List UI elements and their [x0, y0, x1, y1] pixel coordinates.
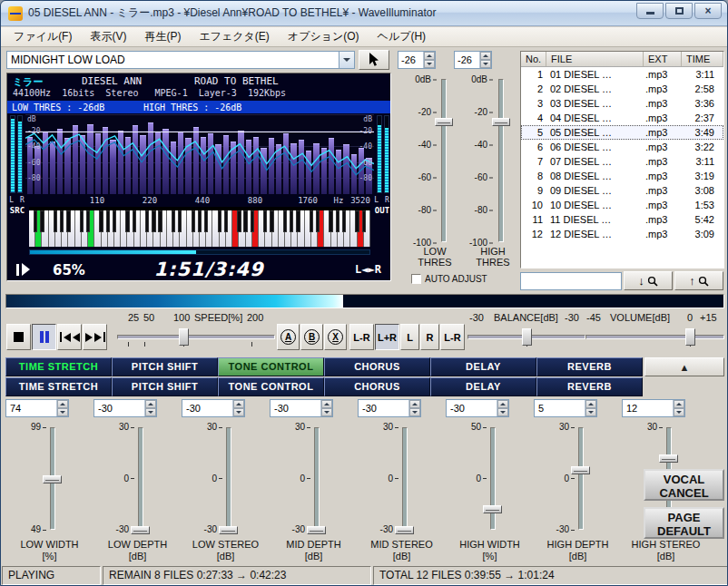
piano-key-black[interactable] — [204, 210, 208, 232]
piano-key-black[interactable] — [329, 210, 332, 232]
menu-item-file[interactable]: ファイル(F) — [5, 26, 81, 47]
spinner-up-button[interactable] — [57, 400, 68, 408]
piano-key-black[interactable] — [251, 210, 254, 232]
high-threshold-slider[interactable] — [498, 79, 504, 242]
slider-track[interactable] — [314, 427, 320, 530]
piano-key-black[interactable] — [99, 210, 103, 232]
fx-tab-pitch-shift[interactable]: PITCH SHIFT — [112, 357, 218, 376]
playlist-row[interactable]: 1111 DIESEL ….mp35:42 — [521, 212, 723, 227]
collapse-panel-button[interactable]: ▲ — [644, 357, 724, 376]
page-default-button[interactable]: PAGE DEFAULT — [644, 507, 724, 539]
spinner-down-button[interactable] — [480, 60, 491, 68]
piano-key-black[interactable] — [224, 210, 228, 232]
slider-handle[interactable] — [492, 118, 510, 126]
spinner-down-button[interactable] — [585, 408, 596, 416]
slider-handle[interactable] — [395, 526, 414, 534]
slider-track[interactable] — [117, 335, 275, 339]
piano-key-black[interactable] — [342, 210, 346, 232]
fx-tab-reverb[interactable]: REVERB — [536, 357, 643, 376]
piano-key-black[interactable] — [290, 210, 293, 232]
piano-key-black[interactable] — [145, 210, 149, 232]
stop-button[interactable] — [6, 324, 31, 350]
playlist-row[interactable]: 909 DIESEL ….mp33:08 — [521, 183, 723, 198]
volume-slider[interactable] — [585, 327, 724, 348]
piano-key-black[interactable] — [237, 210, 241, 232]
search-up-button[interactable]: ↑ — [674, 271, 723, 290]
slider-handle[interactable] — [483, 505, 502, 513]
playlist-row[interactable]: 808 DIESEL ….mp33:19 — [521, 169, 723, 183]
piano-key-black[interactable] — [243, 210, 247, 232]
piano-key-black[interactable] — [336, 210, 339, 232]
fx-spinner[interactable]: 74 — [5, 399, 69, 417]
channel-button-r-3[interactable]: R — [420, 324, 439, 350]
spinner-up-button[interactable] — [233, 400, 244, 408]
spinner-down-button[interactable] — [233, 408, 244, 416]
piano-key-black[interactable] — [296, 210, 300, 232]
menu-item-view[interactable]: 表示(V) — [81, 26, 135, 47]
minimize-button[interactable] — [636, 3, 664, 19]
vocal-cancel-button[interactable]: VOCAL CANCEL — [644, 469, 724, 501]
piano-key-black[interactable] — [113, 210, 116, 232]
preset-combobox[interactable]: MIDNIGHT LOW LOAD — [6, 51, 355, 69]
fx-tab-delay[interactable]: DELAY — [430, 357, 536, 376]
piano-key-black[interactable] — [283, 210, 287, 232]
fx-tab-tone-control[interactable]: TONE CONTROL — [218, 357, 324, 376]
fx-spinner[interactable]: 5 — [534, 399, 597, 417]
spinner-up-button[interactable] — [145, 400, 156, 408]
piano-key-black[interactable] — [270, 210, 273, 232]
piano-key-black[interactable] — [198, 210, 202, 232]
pause-button[interactable] — [32, 324, 56, 350]
playlist-row[interactable]: 303 DIESEL ….mp33:36 — [521, 96, 723, 111]
marker-b-button[interactable]: B — [300, 324, 323, 350]
spinner-down-button[interactable] — [409, 408, 420, 416]
slider-handle[interactable] — [131, 526, 150, 534]
fx-tab-chorus[interactable]: CHORUS — [324, 377, 430, 396]
slider-track[interactable] — [490, 427, 496, 530]
spinner-down-button[interactable] — [497, 408, 508, 416]
playlist-row[interactable]: 1010 DIESEL ….mp31:53 — [521, 198, 723, 212]
slider-handle[interactable] — [179, 328, 189, 346]
speed-slider[interactable] — [117, 327, 275, 348]
fx-tab-time-stretch[interactable]: TIME STRETCH — [5, 377, 112, 396]
piano-key-black[interactable] — [218, 210, 221, 232]
slider-track[interactable] — [578, 427, 584, 530]
menu-item-help[interactable]: ヘルプ(H) — [369, 26, 436, 47]
spinner-down-button[interactable] — [145, 408, 156, 416]
spinner-up-button[interactable] — [409, 400, 420, 408]
search-down-button[interactable]: ↓ — [624, 271, 673, 290]
slider-handle[interactable] — [522, 328, 532, 346]
playlist-row[interactable]: 404 DIESEL ….mp32:37 — [521, 111, 723, 125]
column-header-file[interactable]: FILE — [546, 52, 644, 66]
low-threshold-spinner[interactable]: -26 — [398, 51, 436, 69]
piano-key-black[interactable] — [80, 210, 84, 232]
playlist-row[interactable]: 101 DIESEL ….mp33:11 — [521, 67, 723, 82]
high-threshold-spinner[interactable]: -26 — [454, 51, 492, 69]
spinner-down-button[interactable] — [674, 408, 684, 416]
menu-item-effector[interactable]: エフェクタ(E) — [190, 26, 278, 47]
menu-item-play[interactable]: 再生(P) — [135, 26, 190, 47]
piano-key-black[interactable] — [86, 210, 90, 232]
fx-spinner[interactable]: -30 — [446, 399, 509, 417]
fx-tab-time-stretch[interactable]: TIME STRETCH — [5, 357, 112, 376]
slider-handle[interactable] — [685, 328, 695, 346]
piano-key-black[interactable] — [125, 210, 129, 232]
menu-item-option[interactable]: オプション(O) — [279, 26, 369, 47]
column-header-time[interactable]: TIME — [682, 52, 723, 66]
spinner-up-button[interactable] — [674, 400, 684, 408]
slider-track[interactable] — [226, 427, 231, 530]
spinner-up-button[interactable] — [424, 52, 435, 60]
playlist-row[interactable]: 505 DIESEL ….mp33:49 — [521, 125, 723, 140]
spinner-up-button[interactable] — [321, 400, 332, 408]
piano-key-black[interactable] — [362, 210, 366, 232]
piano-key-black[interactable] — [40, 210, 44, 232]
fx-spinner[interactable]: -30 — [270, 399, 333, 417]
fx-tab-reverb[interactable]: REVERB — [536, 377, 643, 396]
fx-spinner[interactable]: -30 — [93, 399, 157, 417]
playlist-row[interactable]: 606 DIESEL ….mp33:22 — [521, 140, 723, 154]
playlist-header[interactable]: No. FILE EXT TIME — [521, 52, 723, 67]
column-header-no[interactable]: No. — [521, 52, 546, 66]
maximize-button[interactable] — [665, 3, 693, 19]
close-button[interactable]: × — [694, 3, 722, 19]
piano-key-black[interactable] — [106, 210, 110, 232]
slider-handle[interactable] — [435, 118, 453, 126]
